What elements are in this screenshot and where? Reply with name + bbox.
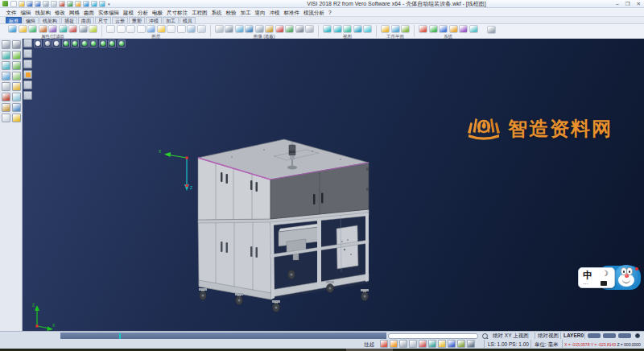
check-green-icon[interactable] (12, 51, 21, 60)
filter-book-1-icon[interactable] (23, 39, 32, 47)
minimize-button[interactable]: – (616, 0, 619, 8)
menu-item[interactable]: 曲面 (82, 8, 97, 17)
toolbar-tab[interactable]: 捕捉 (61, 17, 77, 23)
menu-item[interactable]: 校验 (224, 8, 238, 17)
attr-match-icon[interactable] (59, 25, 68, 33)
filter-book-5-icon[interactable] (23, 91, 32, 100)
swatch-blue-3[interactable] (618, 333, 631, 338)
view-back-icon[interactable] (89, 39, 97, 47)
toolbar-tab[interactable]: 尺寸 (95, 17, 111, 23)
view-pan-icon[interactable] (343, 25, 352, 33)
zoom-box-icon[interactable] (2, 51, 10, 60)
menu-item[interactable]: ? (327, 8, 334, 17)
toolbar-tab[interactable]: 冲模 (146, 17, 162, 23)
plot-print-icon[interactable] (487, 26, 496, 34)
copy-icon[interactable] (67, 1, 73, 7)
filter-book-3-icon[interactable] (23, 60, 32, 68)
ime-toolbar[interactable]: 中 ☽ … (578, 264, 642, 293)
wp-reset-icon[interactable] (401, 25, 410, 33)
toolbar-tab[interactable]: 标准 (6, 17, 22, 23)
toolbar-tab[interactable]: 重塑 (129, 17, 145, 23)
open-file-icon[interactable] (19, 1, 25, 7)
mask-blue-icon[interactable] (235, 25, 244, 33)
ime-moon-icon[interactable]: ☽ (601, 269, 609, 278)
mask-delete-icon[interactable] (275, 25, 284, 33)
view-left-icon[interactable] (99, 39, 107, 47)
wp-align-icon[interactable] (391, 25, 400, 33)
view-front-icon[interactable] (80, 39, 89, 47)
menu-item[interactable]: 加工 (238, 8, 253, 17)
sphere-tool-icon[interactable] (12, 114, 21, 122)
view-zoom-window-icon[interactable] (333, 25, 342, 33)
delete-red-icon[interactable] (2, 93, 10, 101)
ime-skin-icon[interactable] (601, 281, 607, 286)
scissors-icon[interactable] (12, 40, 21, 49)
paste-icon[interactable] (75, 1, 81, 7)
menu-item[interactable]: 电极 (151, 8, 165, 17)
save-icon[interactable] (27, 1, 33, 7)
toolbar-tab[interactable]: 编辑 (23, 17, 39, 23)
layers-tool-icon[interactable] (12, 93, 21, 101)
view-isometric-icon[interactable] (62, 39, 70, 47)
snap-center-icon[interactable] (409, 340, 417, 348)
active-layer[interactable]: LAYER0 (564, 332, 584, 339)
surface-check-icon[interactable] (12, 72, 21, 81)
mask-invert-icon[interactable] (295, 25, 304, 33)
menu-item[interactable]: 建模 (122, 8, 136, 17)
layer-box1-icon[interactable] (126, 25, 135, 33)
view-previous-icon[interactable] (363, 25, 372, 33)
snap-point-icon[interactable] (380, 340, 388, 348)
print-icon[interactable] (43, 1, 49, 7)
layer-current-icon[interactable] (147, 25, 155, 33)
view-status[interactable]: 绝对视图 (538, 332, 559, 339)
toolbar-tab[interactable]: 模具 (180, 17, 196, 23)
plane-tool-icon[interactable] (12, 82, 21, 91)
layer-box4-icon[interactable] (177, 25, 186, 33)
grid-toggle-icon[interactable] (457, 340, 465, 348)
status-circle-icon[interactable] (635, 333, 640, 338)
select-box-icon[interactable] (2, 61, 10, 70)
measure-icon[interactable] (2, 72, 10, 81)
menu-item[interactable]: 文件 (4, 8, 19, 17)
toolbar-tab[interactable]: 线架构 (39, 17, 60, 23)
menu-item[interactable]: 模流分析 (302, 8, 327, 17)
axis-toggle-icon[interactable] (467, 340, 475, 348)
redo-icon[interactable] (91, 1, 97, 7)
print-preview-icon[interactable] (51, 1, 57, 7)
snap-mid-icon[interactable] (399, 340, 407, 348)
toolbar-tab[interactable]: 加工 (163, 17, 179, 23)
filter-book-4-icon[interactable] (23, 81, 32, 89)
mask-show-icon[interactable] (285, 25, 294, 33)
menu-item[interactable]: 逆向 (253, 8, 267, 17)
attr-layer-icon[interactable] (39, 25, 47, 33)
menu-item[interactable]: 工程图 (190, 8, 210, 17)
attr-paint-icon[interactable] (68, 25, 77, 33)
maximize-button[interactable]: ❐ (625, 0, 630, 8)
command-search-input[interactable] (388, 333, 478, 339)
attr-clean-icon[interactable] (89, 25, 97, 33)
view-right-icon[interactable] (108, 39, 116, 47)
attr-pen-icon[interactable] (8, 25, 17, 33)
menu-item[interactable]: 系统 (209, 8, 224, 17)
undo-icon[interactable] (83, 1, 89, 7)
workplane-status[interactable]: 绝对 XY 上视图 (493, 332, 529, 339)
mask-solid-icon[interactable] (245, 25, 254, 33)
view-bottom-icon[interactable] (118, 39, 126, 47)
snap-intersect-icon[interactable] (419, 340, 427, 348)
layer-merge-icon[interactable] (197, 25, 206, 33)
stamp-tool-icon[interactable] (2, 103, 10, 112)
sys-grid-icon[interactable] (449, 25, 458, 33)
snap-tangent-icon[interactable] (428, 340, 436, 348)
layer-move-icon[interactable] (187, 25, 196, 33)
filter-book-2-icon[interactable] (23, 49, 32, 58)
menu-item[interactable]: 实体编辑 (97, 8, 122, 17)
mask-sphere-icon[interactable] (215, 25, 224, 33)
wp-define-icon[interactable] (381, 25, 390, 33)
layer-folder-active-icon[interactable] (23, 70, 32, 79)
edit-pencil-icon[interactable] (12, 61, 21, 70)
menu-item[interactable]: 线架构 (33, 8, 53, 17)
sys-options-icon[interactable] (439, 25, 448, 33)
attr-eye-icon[interactable] (79, 25, 88, 33)
layer-box2-icon[interactable] (137, 25, 146, 33)
menu-item[interactable]: 网格 (68, 8, 82, 17)
